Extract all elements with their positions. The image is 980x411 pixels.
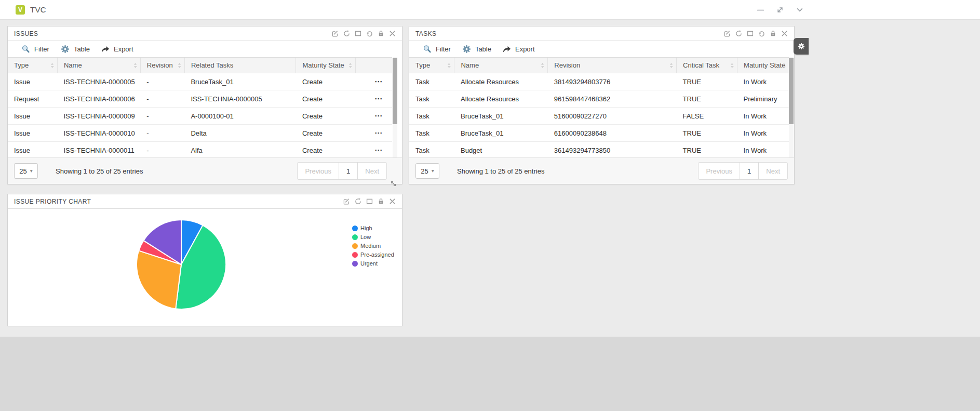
vertical-scrollbar[interactable]	[789, 57, 794, 158]
maximize-icon[interactable]	[746, 30, 754, 37]
previous-page-button[interactable]: Previous	[298, 163, 339, 179]
table-row[interactable]: IssueISS-TECHNIA-0000005-BruceTask_01Cre…	[8, 73, 392, 90]
column-header-name[interactable]: Name	[57, 58, 140, 73]
row-actions-button[interactable]: ⋯	[374, 128, 383, 137]
lock-icon[interactable]	[377, 198, 384, 205]
toolbar-filter-button[interactable]: Filter	[21, 45, 49, 54]
previous-page-button[interactable]: Previous	[699, 163, 740, 179]
close-icon[interactable]	[388, 198, 396, 205]
table-row[interactable]: RequestISS-TECHNIA-0000006-ISS-TECHNIA-0…	[8, 90, 392, 108]
row-actions-button[interactable]: ⋯	[374, 94, 383, 103]
table-cell: Issue	[8, 108, 57, 125]
scrollbar-thumb[interactable]	[393, 58, 397, 124]
table-row[interactable]: IssueISS-TECHNIA-0000011-AlfaCreate⋯	[8, 142, 392, 159]
issues-toolbar: FilterTableExport	[8, 41, 402, 57]
legend-item-high[interactable]: High	[352, 225, 394, 231]
sort-icon	[782, 62, 786, 68]
legend-item-medium[interactable]: Medium	[352, 243, 394, 249]
table-cell: TRUE	[677, 142, 737, 159]
panel-header-icons	[343, 198, 396, 205]
legend-item-pre-assigned[interactable]: Pre-assigned	[352, 251, 394, 258]
edit-icon[interactable]	[723, 30, 731, 37]
table-row[interactable]: TaskAllocate Resources961598447468362TRU…	[409, 90, 789, 108]
column-header-name[interactable]: Name	[454, 58, 548, 73]
table-row[interactable]: TaskAllocate Resources381493294803776TRU…	[409, 73, 789, 90]
refresh-icon[interactable]	[354, 198, 361, 205]
edit-icon[interactable]	[343, 198, 350, 205]
table-cell: Issue	[8, 73, 57, 90]
legend-item-urgent[interactable]: Urgent	[352, 260, 394, 267]
collapse-icon[interactable]	[796, 6, 804, 14]
undo-icon[interactable]	[758, 30, 765, 37]
column-header-maturity-state[interactable]: Maturity State	[296, 58, 356, 73]
page-number-button[interactable]: 1	[740, 163, 759, 179]
table-row[interactable]: TaskBruceTask_0151600090227270FALSEIn Wo…	[409, 108, 789, 125]
toolbar-table-button[interactable]: Table	[61, 45, 90, 54]
row-actions-button[interactable]: ⋯	[374, 77, 383, 86]
next-page-button[interactable]: Next	[358, 163, 386, 179]
legend-label: Urgent	[360, 260, 378, 267]
table-row[interactable]: TaskBruceTask_0161600090238648TRUEIn Wor…	[409, 125, 789, 142]
row-actions-button[interactable]: ⋯	[374, 145, 383, 154]
vertical-scrollbar[interactable]	[393, 57, 397, 158]
minimize-icon[interactable]	[756, 6, 764, 14]
lock-icon[interactable]	[377, 30, 384, 37]
table-row[interactable]: IssueISS-TECHNIA-0000009-A-0000100-01Cre…	[8, 108, 392, 125]
panel-header-icons	[723, 30, 788, 37]
page-size-select[interactable]: 25 ▾	[415, 163, 439, 179]
table-cell: ISS-TECHNIA-0000005	[184, 90, 296, 108]
expand-icon[interactable]	[776, 6, 784, 14]
column-label: Maturity State	[744, 61, 785, 69]
toolbar-export-button[interactable]: Export	[503, 45, 535, 53]
settings-tab-button[interactable]	[794, 38, 809, 55]
refresh-icon[interactable]	[343, 30, 350, 37]
column-label: Revision	[147, 61, 173, 69]
maximize-icon[interactable]	[354, 30, 361, 37]
table-cell-actions: ⋯	[356, 108, 392, 125]
tasks-toolbar: FilterTableExport	[409, 41, 794, 57]
column-header-type[interactable]: Type	[409, 58, 454, 73]
lock-icon[interactable]	[769, 30, 776, 37]
toolbar-table-button[interactable]: Table	[462, 45, 491, 54]
legend-item-low[interactable]: Low	[352, 234, 394, 240]
next-page-button[interactable]: Next	[759, 163, 787, 179]
row-actions-button[interactable]: ⋯	[374, 111, 383, 120]
chart-panel-header[interactable]: ISSUE PRIORITY CHART	[8, 194, 402, 209]
toolbar-filter-button[interactable]: Filter	[423, 45, 451, 54]
table-cell: A-0000100-01	[184, 108, 296, 125]
column-header-maturity-state[interactable]: Maturity State	[737, 58, 789, 73]
panel-title: ISSUES	[14, 30, 331, 37]
sort-icon	[730, 62, 734, 68]
sort-icon	[178, 62, 181, 68]
page-size-value: 25	[19, 167, 26, 175]
page-number-button[interactable]: 1	[339, 163, 358, 179]
panel-title: ISSUE PRIORITY CHART	[14, 198, 343, 205]
table-cell: Issue	[8, 142, 57, 159]
refresh-icon[interactable]	[735, 30, 742, 37]
toolbar-label: Export	[515, 45, 535, 53]
column-header-revision[interactable]: Revision	[140, 58, 184, 73]
column-header-type[interactable]: Type	[8, 58, 57, 73]
tasks-panel: TASKS FilterTableExport TypeNameRevision…	[409, 26, 795, 184]
panel-resize-handle[interactable]	[390, 180, 397, 187]
column-label: Maturity State	[302, 61, 344, 69]
table-cell: In Work	[737, 73, 789, 90]
close-icon[interactable]	[388, 30, 396, 37]
table-cell: -	[140, 108, 184, 125]
toolbar-export-button[interactable]: Export	[101, 45, 133, 53]
close-icon[interactable]	[781, 30, 788, 37]
column-header-critical-task[interactable]: Critical Task	[677, 58, 737, 73]
scrollbar-thumb[interactable]	[789, 58, 794, 124]
toolbar-label: Filter	[436, 45, 451, 53]
undo-icon[interactable]	[366, 30, 373, 37]
table-row[interactable]: IssueISS-TECHNIA-0000010-DeltaCreate⋯	[8, 125, 392, 142]
table-row[interactable]: TaskBudget361493294773850TRUEIn Work	[409, 142, 789, 159]
table-cell: Delta	[184, 125, 296, 142]
issues-panel-header[interactable]: ISSUES	[8, 26, 402, 41]
maximize-icon[interactable]	[366, 198, 373, 205]
edit-icon[interactable]	[331, 30, 339, 37]
table-cell-actions: ⋯	[356, 73, 392, 90]
column-header-revision[interactable]: Revision	[548, 58, 677, 73]
page-size-select[interactable]: 25 ▾	[14, 163, 38, 179]
tasks-panel-header[interactable]: TASKS	[409, 26, 794, 41]
